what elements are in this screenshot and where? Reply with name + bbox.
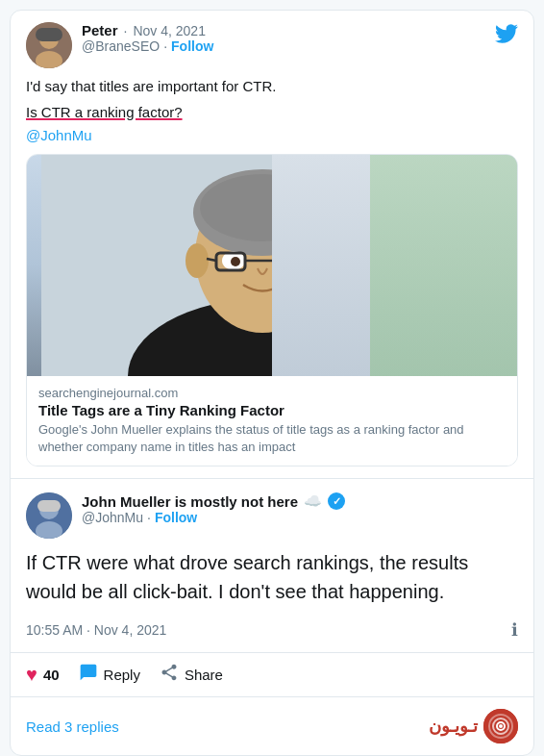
link-preview-info: searchenginejournal.com Title Tags are a…	[27, 376, 517, 466]
link-description: Google's John Mueller explains the statu…	[38, 421, 506, 456]
share-action[interactable]: Share	[160, 663, 223, 687]
logo-icon	[483, 709, 518, 743]
main-tweet-header: John Mueller is mostly not here ☁️ ✓ @Jo…	[26, 492, 518, 539]
main-avatar-image	[26, 492, 72, 539]
quoted-follow-button[interactable]: Follow	[171, 38, 213, 54]
timestamp-row: 10:55 AM · Nov 4, 2021 ℹ	[26, 619, 518, 641]
quoted-user-name: Peter	[82, 22, 118, 38]
quoted-tweet-text-line1: I'd say that titles are important for CT…	[26, 76, 518, 98]
reply-action[interactable]: Reply	[79, 663, 140, 687]
info-icon[interactable]: ℹ	[511, 619, 518, 641]
read-replies-button[interactable]: Read 3 replies	[26, 718, 119, 735]
twitter-logo-icon	[495, 22, 518, 51]
logo-text: تـويـون	[429, 716, 478, 737]
main-follow-button[interactable]: Follow	[155, 510, 197, 525]
main-user-name: John Mueller is mostly not here	[82, 493, 298, 510]
logo-area: تـويـون	[429, 709, 518, 743]
quoted-user-handle: @BraneSEO	[82, 38, 160, 54]
heart-action[interactable]: ♥ 40	[26, 664, 60, 686]
reply-label: Reply	[104, 667, 140, 683]
main-user-handle: @JohnMu	[82, 510, 143, 525]
tweet-timestamp: 10:55 AM · Nov 4, 2021	[26, 622, 166, 638]
share-icon	[160, 663, 179, 687]
share-label: Share	[185, 667, 223, 683]
quoted-tweet-text-line2: Is CTR a ranking factor?	[26, 102, 518, 124]
avatar-image	[26, 22, 72, 68]
quoted-tweet-body: I'd say that titles are important for CT…	[26, 76, 518, 466]
verified-badge-icon: ✓	[328, 492, 345, 510]
svg-rect-26	[37, 500, 61, 512]
quoted-tweet-section: Peter · Nov 4, 2021 @BraneSEO · Follow	[11, 11, 533, 479]
quoted-user-avatar	[26, 22, 72, 68]
separator-dot3: ·	[147, 510, 151, 525]
svg-point-12	[185, 243, 209, 278]
heart-count: 40	[43, 667, 60, 683]
link-preview-card[interactable]: searchenginejournal.com Title Tags are a…	[26, 154, 518, 466]
link-title: Title Tags are a Tiny Ranking Factor	[38, 402, 506, 418]
main-tweet-section: John Mueller is mostly not here ☁️ ✓ @Jo…	[11, 479, 533, 641]
quoted-tweet-header: Peter · Nov 4, 2021 @BraneSEO · Follow	[26, 22, 518, 68]
quoted-tweet-date: Nov 4, 2021	[133, 23, 206, 38]
svg-point-31	[499, 724, 503, 728]
quoted-user-details: Peter · Nov 4, 2021 @BraneSEO · Follow	[82, 22, 213, 54]
main-tweet-text: If CTR were what drove search rankings, …	[26, 548, 518, 606]
main-user-details: John Mueller is mostly not here ☁️ ✓ @Jo…	[82, 492, 345, 525]
quoted-user-name-row: Peter · Nov 4, 2021	[82, 22, 213, 38]
link-preview-image	[27, 155, 517, 376]
main-user-avatar	[26, 492, 72, 539]
mention-link[interactable]: @JohnMu	[26, 127, 92, 143]
reply-icon	[79, 663, 98, 687]
svg-point-21	[231, 257, 240, 266]
separator-dot2: ·	[163, 38, 167, 54]
main-user-name-row: John Mueller is mostly not here ☁️ ✓	[82, 492, 345, 510]
svg-rect-3	[36, 28, 62, 41]
read-replies-bar: Read 3 replies تـويـون	[11, 696, 533, 755]
quoted-user-info-group: Peter · Nov 4, 2021 @BraneSEO · Follow	[26, 22, 213, 68]
action-bar: ♥ 40 Reply Share	[11, 652, 533, 696]
window-bg	[370, 155, 517, 376]
quoted-handle-row: @BraneSEO · Follow	[82, 38, 213, 54]
main-handle-row: @JohnMu · Follow	[82, 510, 345, 525]
link-domain: searchenginejournal.com	[38, 386, 506, 400]
heart-icon: ♥	[26, 664, 37, 686]
separator-dot: ·	[124, 23, 128, 38]
tweet-card: Peter · Nov 4, 2021 @BraneSEO · Follow	[10, 10, 534, 756]
cloud-emoji: ☁️	[304, 492, 322, 510]
